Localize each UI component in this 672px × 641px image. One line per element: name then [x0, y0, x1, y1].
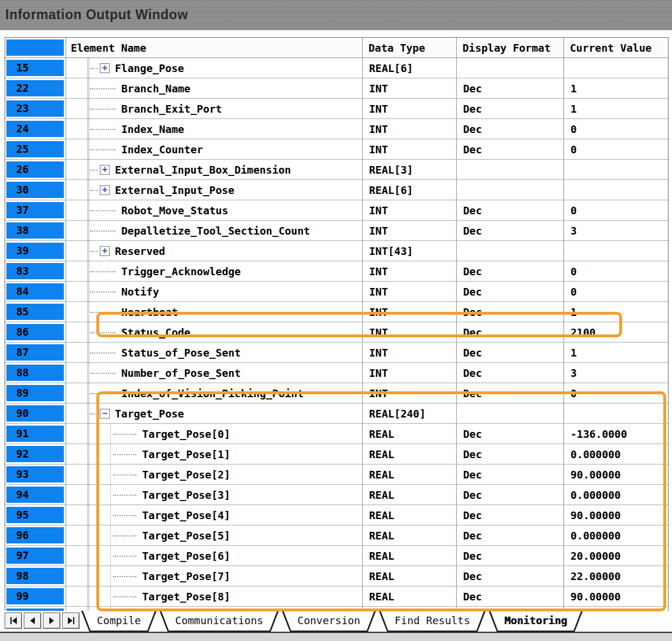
- row-number[interactable]: 25: [6, 141, 64, 157]
- row-number[interactable]: 23: [6, 100, 64, 117]
- row-number[interactable]: 85: [6, 304, 64, 320]
- display-format-cell: Dec: [457, 343, 564, 362]
- table-row[interactable]: 93Target_Pose[2]REALDec90.00000: [5, 464, 668, 485]
- row-number[interactable]: 96: [6, 527, 64, 543]
- row-number[interactable]: 98: [6, 568, 64, 584]
- row-number[interactable]: 30: [6, 182, 64, 198]
- data-type-cell: REAL: [363, 485, 457, 505]
- row-number[interactable]: 89: [6, 385, 64, 401]
- tab-find-results[interactable]: Find Results: [379, 611, 486, 632]
- tree-gutter-cell: [66, 282, 88, 301]
- last-page-icon: [73, 617, 74, 624]
- row-number[interactable]: 88: [6, 365, 64, 381]
- row-number-cell: 89: [5, 383, 66, 403]
- element-name: Target_Pose[4]: [142, 509, 230, 521]
- row-number-cell: 93: [5, 464, 66, 484]
- expand-icon[interactable]: +: [100, 165, 110, 175]
- table-row[interactable]: 38Depalletize_Tool_Section_CountINTDec3: [5, 221, 668, 241]
- table-row[interactable]: 88Number_of_Pose_SentINTDec3: [5, 363, 668, 383]
- table-row[interactable]: 86Status_CodeINTDec2100: [5, 322, 668, 343]
- collapse-icon[interactable]: −: [100, 409, 110, 419]
- table-row[interactable]: 90−Target_PoseREAL[240]: [5, 404, 668, 424]
- table-row[interactable]: 26+External_Input_Box_DimensionREAL[3]: [5, 160, 668, 180]
- tab-monitoring[interactable]: Monitoring: [489, 611, 583, 632]
- row-number[interactable]: 94: [6, 487, 64, 503]
- table-row[interactable]: 84NotifyINTDec0: [5, 282, 668, 302]
- table-row[interactable]: 37Robot_Move_StatusINTDec0: [5, 200, 668, 221]
- table-row[interactable]: 39+ReservedINT[43]: [5, 241, 668, 261]
- tab-communications[interactable]: Communications: [160, 611, 279, 632]
- display-format-cell: Dec: [457, 139, 564, 159]
- data-type-cell: INT: [363, 302, 457, 322]
- row-number[interactable]: 86: [6, 324, 64, 340]
- expand-icon[interactable]: +: [100, 246, 110, 256]
- table-row[interactable]: 87Status_of_Pose_SentINTDec1: [5, 343, 668, 363]
- row-number[interactable]: 87: [6, 344, 64, 361]
- tree-connector: [113, 556, 136, 557]
- table-row[interactable]: 92Target_Pose[1]REALDec0.000000: [5, 444, 668, 464]
- table-row[interactable]: 24Index_NameINTDec0: [5, 119, 668, 139]
- element-name-cell: Target_Pose[8]: [88, 586, 363, 606]
- data-type-cell: INT: [363, 200, 457, 220]
- element-name-cell: −Target_Pose: [88, 404, 363, 423]
- row-number[interactable]: 15: [6, 60, 64, 76]
- row-number[interactable]: 97: [6, 548, 64, 564]
- table-row[interactable]: 23Branch_Exit_PortINTDec1: [5, 99, 668, 119]
- nav-first-button[interactable]: [5, 613, 22, 629]
- row-number[interactable]: 90: [6, 405, 64, 422]
- tree-connector: [90, 231, 115, 232]
- expand-icon[interactable]: +: [100, 185, 110, 195]
- row-number-cell: 84: [5, 282, 66, 301]
- first-page-icon: [12, 617, 17, 624]
- row-number-cell: 38: [5, 221, 66, 240]
- row-number[interactable]: 91: [6, 426, 64, 442]
- row-number-cell: 95: [5, 505, 66, 525]
- table-row[interactable]: 96Target_Pose[5]REALDec0.000000: [5, 525, 668, 546]
- table-row[interactable]: 91Target_Pose[0]REALDec-136.0000: [5, 424, 668, 444]
- row-number[interactable]: 83: [6, 263, 64, 279]
- row-number-cell: 25: [5, 139, 66, 159]
- nav-last-button[interactable]: [62, 613, 80, 629]
- table-row[interactable]: 94Target_Pose[3]REALDec0.000000: [5, 485, 668, 505]
- row-number[interactable]: 92: [6, 446, 64, 462]
- header-display-format: Display Format: [457, 38, 564, 57]
- table-row[interactable]: 99Target_Pose[8]REALDec90.00000: [5, 586, 668, 607]
- table-row[interactable]: 89Index_of_Vision_Picking_PointINTDec0: [5, 383, 668, 404]
- row-number[interactable]: 95: [6, 507, 64, 523]
- table-row[interactable]: 85HeartbeatINTDec1: [5, 302, 668, 322]
- row-number[interactable]: 26: [6, 161, 64, 178]
- row-number[interactable]: 93: [6, 466, 64, 482]
- display-format-cell: Dec: [457, 485, 564, 505]
- element-name-cell: Status_of_Pose_Sent: [88, 343, 363, 362]
- table-row[interactable]: 98Target_Pose[7]REALDec22.00000: [5, 566, 668, 586]
- table-row[interactable]: 97Target_Pose[6]REALDec20.00000: [5, 546, 668, 566]
- expand-icon[interactable]: +: [100, 63, 110, 73]
- display-format-cell: [457, 241, 564, 261]
- row-number[interactable]: 39: [6, 243, 64, 259]
- tree-gutter-cell: [66, 99, 88, 118]
- tree-connector: [90, 271, 115, 272]
- table-row[interactable]: 25Index_CounterINTDec0: [5, 139, 668, 160]
- tree-gutter-cell: [66, 586, 88, 606]
- row-number-cell: 91: [5, 424, 66, 444]
- tab-conversion[interactable]: Conversion: [282, 611, 376, 632]
- current-value-cell: 0.000000: [564, 444, 668, 464]
- row-number[interactable]: 22: [6, 80, 64, 96]
- row-number[interactable]: 38: [6, 222, 64, 239]
- row-number[interactable]: 37: [6, 202, 64, 218]
- table-row[interactable]: 30+External_Input_PoseREAL[6]: [5, 180, 668, 200]
- row-number-cell: 22: [5, 78, 66, 98]
- element-name-cell: Target_Pose[0]: [88, 424, 363, 444]
- nav-next-button[interactable]: [43, 613, 60, 629]
- element-name-cell: Status_Code: [88, 322, 363, 342]
- nav-prev-button[interactable]: [24, 613, 41, 629]
- table-row[interactable]: 22Branch_NameINTDec1: [5, 78, 668, 99]
- row-number[interactable]: 24: [6, 121, 64, 137]
- row-number[interactable]: 99: [6, 588, 64, 604]
- table-row[interactable]: 83Trigger_AcknowledgeINTDec0: [5, 261, 668, 282]
- row-number[interactable]: 84: [6, 283, 64, 300]
- element-name: Index_Name: [121, 123, 184, 135]
- table-row[interactable]: 15+Flange_PoseREAL[6]: [5, 58, 668, 78]
- table-row[interactable]: 95Target_Pose[4]REALDec90.00000: [5, 505, 668, 525]
- tab-compile[interactable]: Compile: [81, 611, 157, 632]
